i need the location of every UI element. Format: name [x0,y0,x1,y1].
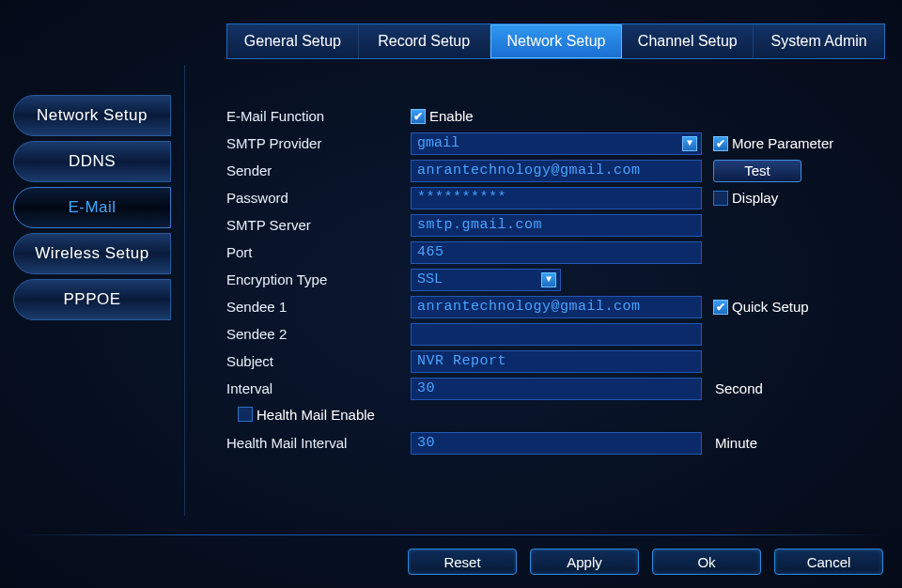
check-icon [713,300,728,315]
select-smtp-provider[interactable]: gmail ▼ [411,132,702,155]
checkbox-enable-label: Enable [429,108,474,124]
sidebar-item-wireless-setup[interactable]: Wireless Setup [13,233,171,274]
checkbox-enable-email[interactable]: Enable [411,108,474,124]
tab-network-setup[interactable]: Network Setup [490,24,623,58]
chevron-down-icon: ▼ [682,136,697,151]
tab-record-setup[interactable]: Record Setup [359,24,490,58]
checkbox-more-parameter[interactable]: More Parameter [713,135,833,151]
sidebar-item-email[interactable]: E-Mail [13,187,171,228]
input-subject[interactable] [411,350,702,373]
select-encryption-type[interactable]: SSL ▼ [411,269,561,291]
input-interval[interactable] [411,378,702,400]
input-smtp-server[interactable] [411,214,702,237]
input-password[interactable] [411,187,702,209]
label-sender: Sender [226,162,411,178]
unit-minute: Minute [715,435,757,451]
checkbox-display-password[interactable]: Display [713,190,778,206]
apply-button[interactable]: Apply [530,549,639,575]
checkbox-health-mail-enable[interactable]: Health Mail Enable [238,407,375,423]
input-port[interactable] [411,241,702,264]
label-interval: Interval [226,380,411,396]
input-sendee1[interactable] [411,296,702,318]
label-email-function: E-Mail Function [226,108,411,124]
label-encryption-type: Encryption Type [226,271,411,287]
label-smtp-provider: SMTP Provider [226,135,411,151]
label-sendee2: Sendee 2 [226,326,411,342]
sidebar: Network Setup DDNS E-Mail Wireless Setup… [13,65,184,516]
sidebar-item-ddns[interactable]: DDNS [13,141,171,182]
reset-button[interactable]: Reset [408,549,517,575]
checkbox-display-label: Display [732,190,778,206]
top-tabs: General Setup Record Setup Network Setup… [226,23,885,59]
checkbox-more-parameter-label: More Parameter [732,135,833,151]
tab-system-admin[interactable]: System Admin [754,24,884,58]
check-icon [411,109,426,124]
label-health-mail-enable: Health Mail Enable [226,407,375,426]
test-button[interactable]: Test [713,160,801,182]
select-encryption-value: SSL [417,271,443,287]
checkbox-icon [713,191,728,206]
input-sender[interactable] [411,160,702,182]
label-subject: Subject [226,353,411,369]
footer-buttons: Reset Apply Ok Cancel [408,549,883,575]
label-sendee1: Sendee 1 [226,299,411,315]
ok-button[interactable]: Ok [652,549,761,575]
input-sendee2[interactable] [411,323,702,346]
label-health-mail-interval: Health Mail Interval [226,435,411,451]
label-password: Password [226,190,411,206]
cancel-button[interactable]: Cancel [774,549,883,575]
input-health-mail-interval[interactable] [411,432,702,455]
checkbox-icon [238,407,253,422]
checkbox-quick-setup-label: Quick Setup [732,299,809,315]
label-smtp-server: SMTP Server [226,217,411,233]
divider [13,534,889,535]
sidebar-item-pppoe[interactable]: PPPOE [13,279,171,320]
chevron-down-icon: ▼ [541,272,556,287]
label-port: Port [226,244,411,260]
email-settings-panel: E-Mail Function Enable SMTP Provider gma… [184,65,889,516]
select-smtp-provider-value: gmail [417,135,459,151]
checkbox-health-enable-label: Health Mail Enable [257,407,375,423]
tab-channel-setup[interactable]: Channel Setup [622,24,754,58]
unit-second: Second [715,380,763,396]
sidebar-item-network-setup[interactable]: Network Setup [13,95,171,136]
check-icon [713,136,728,151]
tab-general-setup[interactable]: General Setup [227,24,359,58]
checkbox-quick-setup[interactable]: Quick Setup [713,299,809,315]
